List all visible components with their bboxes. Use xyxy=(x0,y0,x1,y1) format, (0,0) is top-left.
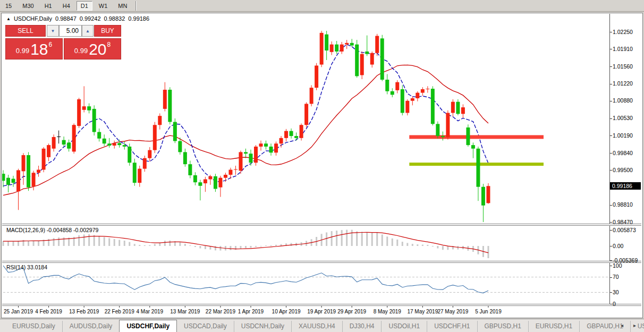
date-tick-label: 29 Apr 2019 xyxy=(337,309,366,314)
date-tick-label: 13 Feb 2019 xyxy=(69,309,99,314)
timeframe-button-w1[interactable]: W1 xyxy=(95,1,112,11)
chart-tab-usdcad-daily[interactable]: USDCAD,Daily xyxy=(177,321,234,332)
axis-tick xyxy=(610,118,612,119)
rsi-axis-label: 30 xyxy=(613,289,619,295)
axis-tick xyxy=(610,260,612,261)
date-tick-label: 13 Mar 2019 xyxy=(170,309,200,314)
chart-tab-usdchf-daily[interactable]: USDCHF,Daily xyxy=(119,320,177,332)
rsi-panel-canvas[interactable] xyxy=(2,263,610,304)
axis-tick xyxy=(610,266,612,266)
price-axis-label: 1.01560 xyxy=(613,63,633,70)
price-axis-label: 1.00880 xyxy=(613,97,633,104)
date-tick-label: 22 Mar 2019 xyxy=(206,309,236,314)
axis-tick xyxy=(610,292,612,293)
chart-tab-dj30-h4[interactable]: DJ30,H4 xyxy=(342,321,382,332)
toolbar-separator xyxy=(135,1,137,11)
axis-tick xyxy=(610,66,612,67)
chart-tab-eurusd-daily[interactable]: EURUSD,Daily xyxy=(5,321,62,332)
date-tick-label: 22 Feb 2019 xyxy=(105,309,135,314)
rsi-axis-label: 70 xyxy=(613,274,619,280)
chart-tab-gbpusd-h1[interactable]: GBPUSD,H1 xyxy=(477,321,528,332)
date-tick-label: 4 Feb 2019 xyxy=(35,309,62,314)
chart-tab-usdchf-h1[interactable]: USDCHF,H1 xyxy=(427,321,477,332)
timeframe-button-d1[interactable]: D1 xyxy=(77,1,92,11)
timeframe-button-mn[interactable]: MN xyxy=(114,1,131,11)
date-tick-label: 17 May 2019 xyxy=(407,309,438,314)
axis-tick xyxy=(610,153,612,154)
axis-tick xyxy=(610,222,612,223)
timeframe-button-m30[interactable]: M30 xyxy=(18,1,38,11)
axis-tick xyxy=(610,205,612,206)
chart-tab-audusd-daily[interactable]: AUDUSD,Daily xyxy=(62,321,120,332)
chart-tab-usdjp[interactable]: USDJP xyxy=(630,321,644,332)
price-axis-label: 1.02250 xyxy=(613,29,633,35)
timeframe-button-15[interactable]: 15 xyxy=(1,1,16,11)
rsi-axis-label: 0 xyxy=(613,301,616,307)
price-axis-label: 0.98810 xyxy=(613,201,633,208)
date-tick-label: 5 Jun 2019 xyxy=(475,309,502,314)
mt4-terminal: { "toolbar": { "buttons": ["15", "M30", … xyxy=(0,0,644,332)
date-tick-label: 25 Jan 2019 xyxy=(4,309,33,314)
axis-tick xyxy=(610,230,612,231)
price-axis-label: 1.00530 xyxy=(613,115,633,121)
price-axis-label: 0.98470 xyxy=(613,219,633,225)
tab-scroll-left-icon[interactable]: ◂ xyxy=(621,322,623,328)
macd-axis-label: 0.005873 xyxy=(613,227,636,233)
date-tick-label: 8 May 2019 xyxy=(374,309,402,314)
axis-tick xyxy=(610,135,612,136)
current-price-tag: 0.99186 xyxy=(610,182,641,190)
macd-label: MACD(12,26,9) -0.004858 -0.002979 xyxy=(6,227,98,233)
axis-tick xyxy=(610,49,612,49)
date-tick-label: 4 Mar 2019 xyxy=(136,309,163,314)
axis-tick xyxy=(610,304,612,304)
axis-tick xyxy=(610,101,612,101)
macd-axis-label: 0.00 xyxy=(613,243,623,249)
chart-tab-bar: EURUSD,DailyAUDUSD,DailyUSDCHF,DailyUSDC… xyxy=(0,319,644,332)
date-axis: 25 Jan 20194 Feb 201913 Feb 201922 Feb 2… xyxy=(2,306,610,317)
price-axis-label: 1.01910 xyxy=(613,46,633,52)
date-tick-label: 27 May 2019 xyxy=(437,309,468,314)
chart-tab-usdcnh-daily[interactable]: USDCNH,Daily xyxy=(234,321,291,332)
timeframe-button-h4[interactable]: H4 xyxy=(58,1,74,11)
axis-tick xyxy=(610,277,612,278)
price-axis-label: 1.01220 xyxy=(613,80,633,87)
chart-tab-xauusd-h4[interactable]: XAUUSD,H4 xyxy=(291,321,342,332)
axis-tick xyxy=(610,170,612,171)
date-tick-label: 1 Apr 2019 xyxy=(238,309,264,314)
price-axis-label: 1.00190 xyxy=(613,132,633,139)
date-tick-label: 10 Apr 2019 xyxy=(272,309,301,314)
chart-tab-usdoil-h1[interactable]: USDOil,H1 xyxy=(381,321,427,332)
chart-tab-eurusd-h1[interactable]: EURUSD,H1 xyxy=(528,321,579,332)
axis-tick xyxy=(610,84,612,84)
tab-scroll-right-icon[interactable]: ▸ xyxy=(633,322,636,328)
rsi-axis-label: 100 xyxy=(613,262,622,269)
rsi-label: RSI(14) 33.0184 xyxy=(6,264,47,270)
price-axis-label: 0.99500 xyxy=(613,167,633,173)
axis-tick xyxy=(610,32,612,32)
timeframe-toolbar: 15M30H1H4D1W1MN xyxy=(0,0,644,12)
date-tick-label: 19 Apr 2019 xyxy=(307,309,336,314)
price-axis-label: 0.99840 xyxy=(613,150,633,156)
timeframe-button-h1[interactable]: H1 xyxy=(40,1,56,11)
price-chart-canvas[interactable] xyxy=(2,14,610,224)
axis-tick xyxy=(610,246,612,246)
